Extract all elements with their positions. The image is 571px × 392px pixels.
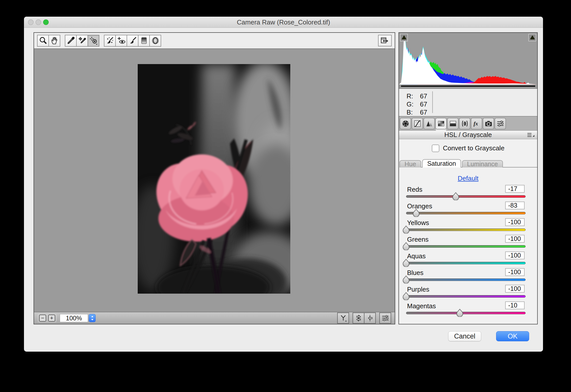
slider-track-yellows[interactable] [406,229,526,231]
zoom-in-button[interactable]: + [48,315,55,322]
tab-split-toning[interactable] [447,118,459,129]
preview-statusbar: − + 100% [34,312,395,324]
slider-thumb-greens[interactable] [402,242,410,250]
convert-to-grayscale-label: Convert to Grayscale [443,144,504,152]
slider-row-blues: Blues-100 [399,269,537,286]
tab-hsl-grayscale[interactable] [435,118,447,129]
rgb-readout: R:67 G:67 B:67 [399,89,537,117]
slider-value-blues[interactable]: -100 [505,268,525,276]
slider-track-magentas[interactable] [406,312,526,314]
slider-track-aquas[interactable] [406,262,526,264]
default-link[interactable]: Default [458,175,478,182]
copy-settings-to-before-button[interactable] [364,313,376,324]
highlight-clipping-indicator[interactable] [528,34,536,41]
radial-filter-tool-button[interactable] [149,35,161,47]
slider-value-oranges[interactable]: -83 [505,202,525,209]
slider-track-blues[interactable] [406,278,526,281]
convert-to-grayscale-row: Convert to Grayscale [399,144,537,152]
slider-label-magentas: Magentas [407,302,436,310]
slider-thumb-magentas[interactable] [455,309,464,317]
slider-thumb-icon [402,275,410,283]
basic-panel-icon [402,120,410,128]
slider-value-reds[interactable]: -17 [505,185,525,193]
split-panel-icon [449,120,457,128]
zoom-tool-button[interactable] [37,35,49,47]
titlebar: Camera Raw (Rose_Colored.tif) [24,17,543,28]
default-link-row: Default [399,175,537,182]
slider-thumb-aquas[interactable] [402,259,410,267]
slider-row-oranges: Oranges-83 [399,202,537,219]
swap-icon [354,314,363,322]
panel-menu-icon[interactable] [527,132,535,137]
slider-thumb-icon [412,209,420,217]
slider-value-magentas[interactable]: -10 [505,301,525,309]
cancel-button[interactable]: Cancel [448,331,481,341]
ok-button[interactable]: OK [496,331,529,341]
hsl-tab-luminance[interactable]: Luminance [462,160,503,167]
b-label: B: [407,108,417,116]
shadow-clipping-indicator[interactable] [400,34,408,41]
before-after-view-button[interactable] [337,313,349,324]
detail-panel-icon [425,120,433,128]
preview-preferences-button[interactable] [379,313,391,324]
tab-lens-corrections[interactable] [459,118,470,129]
adjustment-brush-tool-button[interactable] [127,35,138,47]
slider-value-greens[interactable]: -100 [505,235,525,243]
hsl-panel-content: Convert to Grayscale HueSaturationLumina… [399,139,537,324]
convert-to-grayscale-checkbox[interactable] [432,145,439,152]
panel-tab-strip: fx [399,117,537,131]
red-eye-removal-tool-button[interactable] [115,35,127,47]
tool-buttons [37,35,166,47]
color-sampler-tool-button[interactable] [76,35,88,47]
tab-camera-calibration[interactable] [483,118,494,129]
slider-thumb-reds[interactable] [451,192,460,200]
tab-presets[interactable] [495,118,506,129]
image-canvas[interactable] [34,49,395,312]
g-value: 67 [417,100,427,108]
spot-removal-tool-button[interactable] [104,35,116,47]
beforeafter-icon [339,314,348,322]
slider-thumb-yellows[interactable] [402,226,410,233]
spot-icon [105,36,115,45]
rgb-divider [432,91,433,113]
fullscreen-icon [380,36,390,45]
preview-frame: − + 100% [34,32,395,324]
hsl-tab-saturation[interactable]: Saturation [422,159,461,167]
svg-text:fx: fx [473,121,478,127]
zoom-level-field[interactable]: 100% [60,314,88,322]
zoom-level-stepper[interactable] [89,314,96,322]
stepper-chevrons-icon [90,315,95,321]
tab-detail[interactable] [423,118,435,129]
targeted-adjustment-tool-button[interactable] [88,35,99,47]
toggle-fullscreen-button[interactable] [378,35,392,46]
swap-before-after-button[interactable] [353,313,364,324]
slider-thumb-purples[interactable] [402,292,410,300]
histogram-baseline [401,86,535,87]
slider-value-purples[interactable]: -100 [505,285,525,293]
graduated-filter-tool-button[interactable] [138,35,150,47]
slider-track-greens[interactable] [406,245,526,248]
presets-panel-icon [496,120,504,128]
tab-tone-curve[interactable] [412,118,423,129]
hsl-tab-bar: HueSaturationLuminance [399,159,537,167]
slider-thumb-oranges[interactable] [412,209,420,217]
tab-effects[interactable]: fx [471,118,482,129]
slider-thumb-blues[interactable] [402,275,410,283]
slider-row-magentas: Magentas-10 [399,302,537,319]
white-balance-tool-button[interactable] [65,35,77,47]
slider-track-oranges[interactable] [406,212,526,214]
slider-value-yellows[interactable]: -100 [505,218,525,226]
slider-value-aquas[interactable]: -100 [505,251,525,259]
tab-basic[interactable] [400,118,411,129]
preview-image [138,64,290,294]
clipping-triangle-icon [401,35,407,41]
zoom-out-button[interactable]: − [39,315,46,322]
histogram[interactable] [399,33,537,89]
slider-track-purples[interactable] [406,295,526,298]
slider-track-reds[interactable] [406,195,526,198]
hsl-tab-hue[interactable]: Hue [399,160,421,167]
toolbar [34,33,395,49]
slider-label-yellows: Yellows [407,219,429,227]
hand-tool-button[interactable] [48,35,60,47]
rgb-readout-green: G:67 [407,100,427,108]
